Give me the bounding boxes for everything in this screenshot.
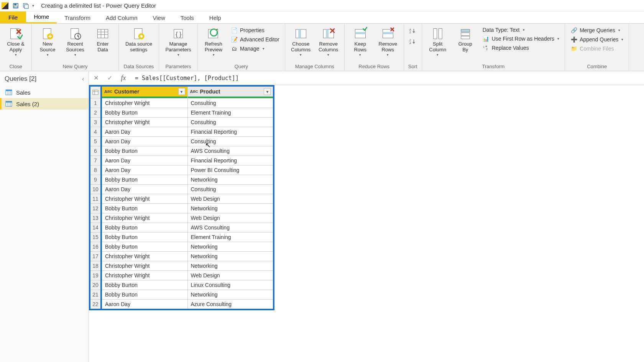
- properties-button[interactable]: 📄Properties: [229, 26, 281, 34]
- column-header-customer[interactable]: ABC Customer ▾: [101, 86, 187, 98]
- table-row[interactable]: 6Bobby BurtonAWS Consulting: [90, 146, 274, 156]
- sort-desc-button[interactable]: ZA: [408, 37, 418, 47]
- tab-help[interactable]: Help: [202, 12, 229, 23]
- table-row[interactable]: 16Bobby BurtonNetworking: [90, 242, 274, 252]
- row-number[interactable]: 10: [90, 185, 101, 194]
- cell-product[interactable]: Networking: [187, 290, 274, 300]
- new-source-button[interactable]: New Source▾: [34, 25, 61, 58]
- formula-cancel-icon[interactable]: ✕: [89, 73, 103, 84]
- formula-input[interactable]: [130, 73, 644, 83]
- append-queries-button[interactable]: ➕Append Queries▾: [569, 35, 625, 44]
- row-number[interactable]: 13: [90, 213, 101, 223]
- cell-product[interactable]: AWS Consulting: [187, 146, 274, 156]
- row-number[interactable]: 15: [90, 233, 101, 242]
- refresh-preview-button[interactable]: Refresh Preview▾: [200, 25, 227, 58]
- remove-columns-button[interactable]: Remove Columns▾: [315, 25, 342, 58]
- cell-product[interactable]: Consulting: [187, 118, 274, 127]
- tab-home[interactable]: Home: [26, 11, 57, 23]
- cell-product[interactable]: Azure Consulting: [187, 300, 274, 310]
- table-row[interactable]: 1Christopher WrightConsulting: [90, 98, 274, 108]
- table-row[interactable]: 11Christopher WrightWeb Design: [90, 194, 274, 204]
- row-number[interactable]: 14: [90, 223, 101, 233]
- table-row[interactable]: 22Aaron DayAzure Consulting: [90, 300, 274, 310]
- cell-product[interactable]: Consulting: [187, 137, 274, 146]
- cell-customer[interactable]: Christopher Wright: [101, 271, 187, 280]
- row-number[interactable]: 19: [90, 271, 101, 280]
- column-header-product[interactable]: ABC Product ▾: [187, 86, 274, 98]
- advanced-editor-button[interactable]: 📝Advanced Editor: [229, 35, 281, 44]
- row-number[interactable]: 22: [90, 300, 101, 310]
- cell-product[interactable]: AWS Consulting: [187, 223, 274, 233]
- first-row-headers-button[interactable]: 📊Use First Row as Headers▾: [481, 34, 561, 43]
- column-filter-icon[interactable]: ▾: [178, 88, 185, 95]
- tab-view[interactable]: View: [145, 12, 173, 23]
- cell-customer[interactable]: Christopher Wright: [101, 194, 187, 204]
- cell-customer[interactable]: Aaron Day: [101, 156, 187, 165]
- table-row[interactable]: 17Christopher WrightNetworking: [90, 252, 274, 261]
- row-number[interactable]: 5: [90, 137, 101, 146]
- cell-customer[interactable]: Bobby Burton: [101, 108, 187, 118]
- row-number[interactable]: 7: [90, 156, 101, 165]
- query-item-sales-2[interactable]: Sales (2): [0, 98, 89, 110]
- tab-add-column[interactable]: Add Column: [98, 12, 145, 23]
- cell-customer[interactable]: Christopher Wright: [101, 118, 187, 127]
- cell-customer[interactable]: Bobby Burton: [101, 146, 187, 156]
- row-number[interactable]: 3: [90, 118, 101, 127]
- row-number[interactable]: 20: [90, 280, 101, 290]
- manage-button[interactable]: 🗂Manage▾: [229, 44, 281, 53]
- table-row[interactable]: 3Christopher WrightConsulting: [90, 118, 274, 127]
- table-row[interactable]: 15Bobby BurtonElement Training: [90, 233, 274, 242]
- table-row[interactable]: 4Aaron DayFinancial Reporting: [90, 127, 274, 137]
- cell-customer[interactable]: Aaron Day: [101, 185, 187, 194]
- tab-transform[interactable]: Transform: [57, 12, 98, 23]
- collapse-pane-icon[interactable]: ‹: [82, 76, 84, 82]
- table-row[interactable]: 13Christopher WrightWeb Design: [90, 213, 274, 223]
- row-number[interactable]: 12: [90, 204, 101, 213]
- cell-product[interactable]: Financial Reporting: [187, 127, 274, 137]
- cell-customer[interactable]: Bobby Burton: [101, 233, 187, 242]
- keep-rows-button[interactable]: Keep Rows▾: [347, 25, 374, 58]
- merge-queries-button[interactable]: 🔗Merge Queries▾: [569, 26, 625, 34]
- cell-customer[interactable]: Aaron Day: [101, 127, 187, 137]
- table-row[interactable]: 9Bobby BurtonNetworking: [90, 175, 274, 185]
- table-row[interactable]: 12Bobby BurtonNetworking: [90, 204, 274, 213]
- formula-commit-icon[interactable]: ✓: [103, 73, 117, 84]
- grid-corner-icon[interactable]: [90, 86, 101, 98]
- qat-save-icon[interactable]: [12, 2, 20, 10]
- sort-asc-button[interactable]: AZ: [408, 26, 418, 36]
- table-row[interactable]: 7Aaron DayFinancial Reporting: [90, 156, 274, 165]
- table-row[interactable]: 5Aaron DayConsulting: [90, 137, 274, 146]
- cell-product[interactable]: Networking: [187, 252, 274, 261]
- row-number[interactable]: 9: [90, 175, 101, 185]
- row-number[interactable]: 4: [90, 127, 101, 137]
- cell-customer[interactable]: Aaron Day: [101, 300, 187, 310]
- column-filter-icon[interactable]: ▾: [264, 88, 271, 95]
- cell-product[interactable]: Web Design: [187, 271, 274, 280]
- table-row[interactable]: 19Christopher WrightWeb Design: [90, 271, 274, 280]
- recent-sources-button[interactable]: Recent Sources▾: [62, 25, 89, 58]
- tab-tools[interactable]: Tools: [173, 12, 202, 23]
- table-row[interactable]: 8Aaron DayPower BI Consulting: [90, 165, 274, 175]
- cell-customer[interactable]: Bobby Burton: [101, 280, 187, 290]
- enter-data-button[interactable]: Enter Data: [89, 25, 116, 54]
- combine-files-button[interactable]: 📁Combine Files: [569, 44, 625, 53]
- row-number[interactable]: 21: [90, 290, 101, 300]
- table-row[interactable]: 18Christopher WrightNetworking: [90, 261, 274, 271]
- table-row[interactable]: 10Aaron DayConsulting: [90, 185, 274, 194]
- close-apply-button[interactable]: Close & Apply▾: [2, 25, 29, 58]
- formula-fx-icon[interactable]: fx: [117, 73, 130, 84]
- table-row[interactable]: 21Bobby BurtonNetworking: [90, 290, 274, 300]
- cell-product[interactable]: Web Design: [187, 213, 274, 223]
- cell-product[interactable]: Financial Reporting: [187, 156, 274, 165]
- row-number[interactable]: 16: [90, 242, 101, 252]
- table-row[interactable]: 14Bobby BurtonAWS Consulting: [90, 223, 274, 233]
- cell-customer[interactable]: Bobby Burton: [101, 290, 187, 300]
- row-number[interactable]: 8: [90, 165, 101, 175]
- cell-product[interactable]: Consulting: [187, 98, 274, 108]
- cell-product[interactable]: Element Training: [187, 233, 274, 242]
- qat-saveas-icon[interactable]: [21, 2, 30, 10]
- cell-product[interactable]: Power BI Consulting: [187, 165, 274, 175]
- cell-customer[interactable]: Christopher Wright: [101, 252, 187, 261]
- row-number[interactable]: 2: [90, 108, 101, 118]
- cell-customer[interactable]: Bobby Burton: [101, 223, 187, 233]
